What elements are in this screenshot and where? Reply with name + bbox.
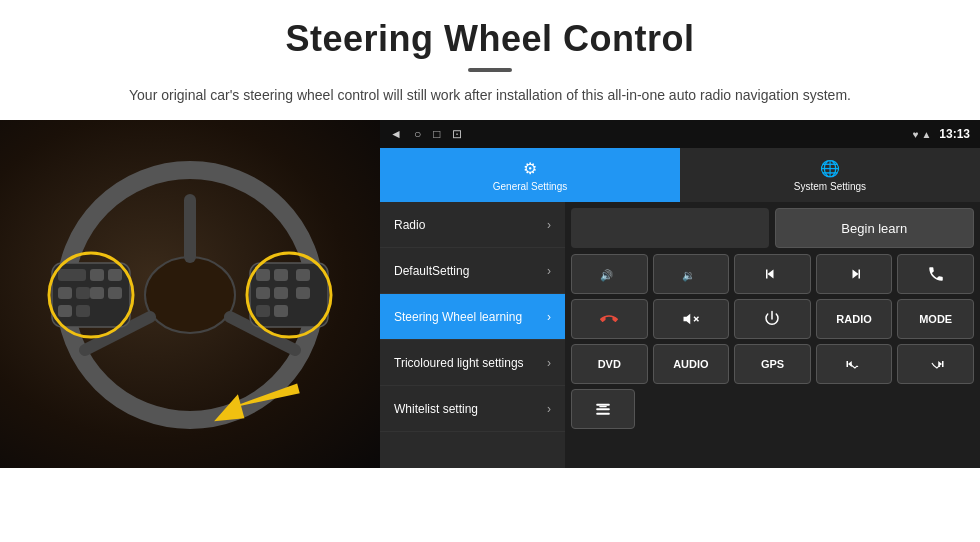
gear-icon: ⚙ bbox=[523, 159, 537, 178]
svg-rect-20 bbox=[274, 287, 288, 299]
svg-rect-41 bbox=[596, 409, 610, 411]
svg-rect-10 bbox=[76, 287, 90, 299]
svg-rect-12 bbox=[108, 287, 122, 299]
tab-general[interactable]: ⚙ General Settings bbox=[380, 148, 680, 202]
dvd-button[interactable]: DVD bbox=[571, 344, 648, 384]
svg-marker-29 bbox=[768, 270, 774, 279]
tel-prev-icon bbox=[845, 355, 863, 373]
menu-item-steering[interactable]: Steering Wheel learning › bbox=[380, 294, 565, 340]
hamburger-menu-icon bbox=[594, 400, 612, 418]
right-control-panel: Begin learn 🔊 🔉 bbox=[565, 202, 980, 468]
home-icon[interactable]: ○ bbox=[414, 127, 421, 141]
svg-rect-8 bbox=[108, 269, 122, 281]
svg-rect-32 bbox=[859, 270, 861, 279]
time-display: 13:13 bbox=[939, 127, 970, 141]
control-row-4 bbox=[571, 389, 974, 429]
prev-track-icon bbox=[763, 265, 781, 283]
main-content: Radio › DefaultSetting › Steering Wheel … bbox=[380, 202, 980, 468]
menu-icon-button[interactable] bbox=[571, 389, 635, 429]
menu-default-label: DefaultSetting bbox=[394, 264, 469, 278]
system-icon: 🌐 bbox=[820, 159, 840, 178]
tab-system[interactable]: 🌐 System Settings bbox=[680, 148, 980, 202]
radio-button[interactable]: RADIO bbox=[816, 299, 893, 339]
title-divider bbox=[468, 68, 512, 72]
next-track-icon bbox=[845, 265, 863, 283]
tab-general-label: General Settings bbox=[493, 181, 568, 192]
android-panel: ◄ ○ □ ⊡ ♥ ▲ 13:13 ⚙ General Settings 🌐 S… bbox=[380, 120, 980, 468]
svg-rect-13 bbox=[58, 305, 72, 317]
vol-up-button[interactable]: 🔊 bbox=[571, 254, 648, 294]
begin-learn-row: Begin learn bbox=[571, 208, 974, 248]
next-track-button[interactable] bbox=[816, 254, 893, 294]
mode-button[interactable]: MODE bbox=[897, 299, 974, 339]
power-icon bbox=[763, 310, 781, 328]
svg-rect-17 bbox=[274, 269, 288, 281]
svg-rect-22 bbox=[256, 305, 270, 317]
phone-icon bbox=[927, 265, 945, 283]
empty-input-box bbox=[571, 208, 769, 248]
status-bar-left: ◄ ○ □ ⊡ bbox=[390, 127, 462, 141]
control-row-3: DVD AUDIO GPS bbox=[571, 344, 974, 384]
svg-rect-42 bbox=[596, 413, 610, 415]
menu-radio-label: Radio bbox=[394, 218, 425, 232]
power-button[interactable] bbox=[734, 299, 811, 339]
svg-rect-37 bbox=[847, 361, 849, 367]
tab-system-label: System Settings bbox=[794, 181, 866, 192]
menu-tricolour-label: Tricoloured light settings bbox=[394, 356, 524, 370]
menu-whitelist-label: Whitelist setting bbox=[394, 402, 478, 416]
tel-prev-button[interactable] bbox=[816, 344, 893, 384]
menu-item-whitelist[interactable]: Whitelist setting › bbox=[380, 386, 565, 432]
gps-button[interactable]: GPS bbox=[734, 344, 811, 384]
status-bar: ◄ ○ □ ⊡ ♥ ▲ 13:13 bbox=[380, 120, 980, 148]
tab-bar: ⚙ General Settings 🌐 System Settings bbox=[380, 148, 980, 202]
svg-marker-33 bbox=[683, 314, 690, 325]
cast-icon[interactable]: ⊡ bbox=[452, 127, 462, 141]
page-title: Steering Wheel Control bbox=[60, 18, 920, 60]
svg-rect-16 bbox=[256, 269, 270, 281]
svg-rect-43 bbox=[599, 406, 607, 407]
svg-point-1 bbox=[145, 257, 235, 333]
recent-icon[interactable]: □ bbox=[433, 127, 440, 141]
menu-item-tricolour[interactable]: Tricoloured light settings › bbox=[380, 340, 565, 386]
menu-item-default[interactable]: DefaultSetting › bbox=[380, 248, 565, 294]
menu-item-radio[interactable]: Radio › bbox=[380, 202, 565, 248]
tel-next-icon bbox=[927, 355, 945, 373]
chevron-right-icon: › bbox=[547, 356, 551, 370]
svg-rect-23 bbox=[274, 305, 288, 317]
steering-wheel-bg bbox=[0, 120, 380, 468]
vol-down-icon: 🔉 bbox=[682, 265, 700, 283]
mute-button[interactable] bbox=[653, 299, 730, 339]
svg-marker-31 bbox=[853, 270, 859, 279]
begin-learn-button[interactable]: Begin learn bbox=[775, 208, 975, 248]
image-panel bbox=[0, 120, 380, 468]
svg-rect-11 bbox=[90, 287, 104, 299]
chevron-right-icon: › bbox=[547, 218, 551, 232]
hang-up-icon bbox=[600, 310, 618, 328]
svg-rect-18 bbox=[296, 269, 310, 281]
control-row-1: 🔊 🔉 bbox=[571, 254, 974, 294]
mute-icon bbox=[682, 310, 700, 328]
page-subtitle: Your original car's steering wheel contr… bbox=[60, 84, 920, 106]
top-section: Steering Wheel Control Your original car… bbox=[0, 0, 980, 120]
back-icon[interactable]: ◄ bbox=[390, 127, 402, 141]
chevron-right-icon: › bbox=[547, 402, 551, 416]
svg-rect-21 bbox=[296, 287, 310, 299]
prev-track-button[interactable] bbox=[734, 254, 811, 294]
svg-rect-39 bbox=[942, 361, 944, 367]
svg-marker-36 bbox=[848, 361, 852, 367]
tel-next-button[interactable] bbox=[897, 344, 974, 384]
phone-button[interactable] bbox=[897, 254, 974, 294]
steering-wheel-svg bbox=[0, 120, 380, 468]
svg-rect-6 bbox=[58, 269, 86, 281]
svg-rect-30 bbox=[766, 270, 768, 279]
chevron-right-icon: › bbox=[547, 310, 551, 324]
audio-button[interactable]: AUDIO bbox=[653, 344, 730, 384]
svg-rect-7 bbox=[90, 269, 104, 281]
vol-up-icon: 🔊 bbox=[600, 265, 618, 283]
content-area: ◄ ○ □ ⊡ ♥ ▲ 13:13 ⚙ General Settings 🌐 S… bbox=[0, 120, 980, 468]
hang-up-button[interactable] bbox=[571, 299, 648, 339]
chevron-right-icon: › bbox=[547, 264, 551, 278]
vol-down-button[interactable]: 🔉 bbox=[653, 254, 730, 294]
svg-text:🔉: 🔉 bbox=[682, 269, 696, 282]
status-bar-right: ♥ ▲ 13:13 bbox=[913, 127, 970, 141]
